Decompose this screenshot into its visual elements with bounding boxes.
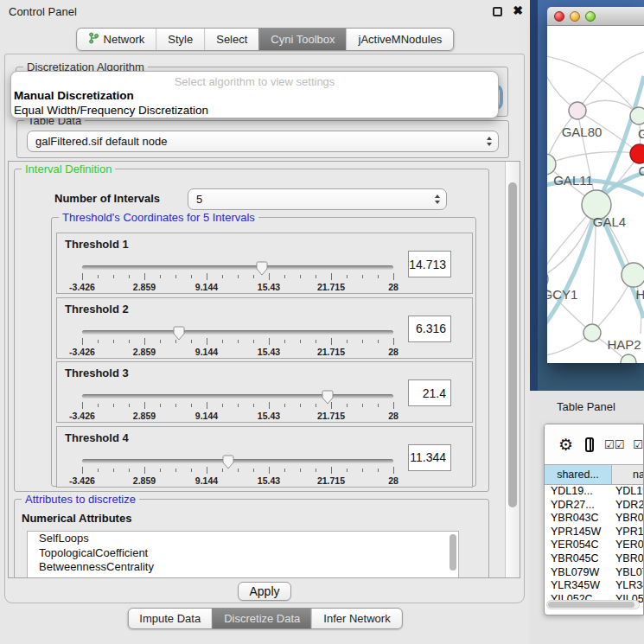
cell-name[interactable]: YDR27 <box>612 499 644 513</box>
popup-option-manual-discretization[interactable]: Manual Discretization <box>11 88 498 103</box>
slider-track[interactable] <box>82 394 393 399</box>
attributes-list-scrollbar[interactable] <box>449 533 457 578</box>
threshold-title: Threshold 3 <box>65 367 129 379</box>
attribute-list-item[interactable]: TopologicalCoefficient <box>28 546 458 561</box>
network-node-gal80[interactable] <box>569 102 586 119</box>
table-row[interactable]: YBL079WYBL07 <box>545 566 644 580</box>
tab-label: Infer Network <box>323 612 390 625</box>
cell-name[interactable]: YPR14 <box>612 526 644 539</box>
table-row[interactable]: YER054CYER05 <box>545 539 644 552</box>
cell-name[interactable]: YBL07 <box>612 566 644 580</box>
threshold-value-field[interactable] <box>408 316 451 342</box>
slider-track[interactable] <box>82 265 393 270</box>
attribute-list-item[interactable]: BetweennessCentrality <box>28 560 458 575</box>
slider-tick-labels: -3.4262.8599.14415.4321.71528 <box>82 411 393 421</box>
extra-check-icon[interactable]: ☑ <box>633 438 643 451</box>
table-row[interactable]: YDR27...YDR27 <box>545 499 644 513</box>
threshold-value-field[interactable] <box>408 379 451 406</box>
settings-scroll-pane: Interval Definition Number of Intervals … <box>8 161 520 578</box>
table-horizontal-scrollbar[interactable] <box>546 600 640 609</box>
numerical-attributes-list[interactable]: SelfLoopsTopologicalCoefficientBetweenne… <box>27 531 459 578</box>
network-edge[interactable] <box>577 100 639 116</box>
minimize-traffic-light-icon[interactable] <box>570 11 580 22</box>
threshold-slider[interactable]: -3.4262.8599.14415.4321.71528 <box>82 328 393 358</box>
zoom-traffic-light-icon[interactable] <box>585 11 596 22</box>
cell-shared-name[interactable]: YPR145W <box>545 526 612 539</box>
tab-label: Discretize Data <box>224 612 300 625</box>
network-node[interactable] <box>621 354 636 363</box>
table-row[interactable]: YPR145WYPR14 <box>545 526 644 539</box>
tab-infer-network[interactable]: Infer Network <box>311 609 401 628</box>
table-data-select[interactable]: galFiltered.sif default node <box>27 131 499 152</box>
float-window-icon[interactable] <box>493 7 502 16</box>
network-edge[interactable] <box>547 55 639 116</box>
cell-name[interactable]: YBR04 <box>612 512 644 526</box>
close-traffic-light-icon[interactable] <box>554 11 564 22</box>
table-row[interactable]: YBR045CYBR04 <box>545 552 644 566</box>
threshold-slider[interactable]: -3.4262.8599.14415.4321.71528 <box>82 264 393 293</box>
select-columns-checks-icon[interactable]: ☑☑ <box>604 438 624 451</box>
slider-ticks <box>82 467 393 474</box>
numerical-attributes-label: Numerical Attributes <box>22 512 131 525</box>
thresholds-group: Threshold's Coordinates for 5 Intervals … <box>51 217 476 487</box>
network-node-ha[interactable] <box>622 263 644 287</box>
table-row[interactable]: YDL19...YDL19 <box>545 485 644 499</box>
network-node-label: GCY1 <box>547 287 577 302</box>
network-node-label: GAL11 <box>553 173 593 188</box>
tab-label: Cyni Toolbox <box>271 33 335 46</box>
attribute-list-item[interactable]: SelfLoops <box>28 532 458 546</box>
column-header-name[interactable]: na <box>612 465 644 484</box>
cell-name[interactable]: YLR34 <box>612 579 644 593</box>
column-header-shared-name[interactable]: shared... <box>545 465 612 484</box>
settings-gear-icon[interactable]: ⚙ <box>558 435 573 455</box>
thresholds-group-label: Threshold's Coordinates for 5 Intervals <box>59 211 258 224</box>
threshold-title: Threshold 1 <box>65 238 129 251</box>
tab-impute-data[interactable]: Impute Data <box>128 609 212 628</box>
network-icon <box>88 32 99 47</box>
popup-option-equal-width-frequency[interactable]: Equal Width/Frequency Discretization <box>11 103 498 118</box>
cell-shared-name[interactable]: YBR043C <box>545 512 612 526</box>
threshold-value-field[interactable] <box>408 444 451 471</box>
tab-cyni-toolbox[interactable]: Cyni Toolbox <box>258 29 346 50</box>
settings-vertical-scrollbar[interactable] <box>505 162 520 577</box>
cell-shared-name[interactable]: YER054C <box>545 539 612 552</box>
cell-name[interactable]: YBR04 <box>612 552 644 566</box>
network-node-c[interactable] <box>630 144 644 163</box>
tab-style[interactable]: Style <box>156 29 204 50</box>
interval-definition-group: Interval Definition Number of Intervals … <box>14 169 489 492</box>
threshold-box: Threshold 1 -3.4262.8599.14415.4321.7152… <box>56 233 473 294</box>
slider-track[interactable] <box>82 459 393 463</box>
split-columns-icon[interactable] <box>585 437 594 452</box>
number-of-intervals-select[interactable]: 5 <box>188 188 447 210</box>
slider-tick-labels: -3.4262.8599.14415.4321.71528 <box>82 347 393 357</box>
slider-tick-labels: -3.4262.8599.14415.4321.71528 <box>82 475 393 486</box>
tab-jactivemnodules[interactable]: jActiveMNodules <box>347 29 454 50</box>
tab-network[interactable]: Network <box>77 29 156 50</box>
close-panel-icon[interactable]: ✖ <box>513 3 523 17</box>
network-edge[interactable] <box>577 52 644 111</box>
network-node-label: GAL <box>638 126 644 141</box>
threshold-slider[interactable]: -3.4262.8599.14415.4321.71528 <box>82 457 393 487</box>
cell-shared-name[interactable]: YBL079W <box>545 566 612 580</box>
cell-name[interactable]: YDL19 <box>612 485 644 499</box>
table-row[interactable]: YBR043CYBR04 <box>545 512 644 526</box>
threshold-value-field[interactable] <box>408 251 451 277</box>
tab-discretize-data[interactable]: Discretize Data <box>212 609 311 628</box>
network-node-label: HA <box>636 287 644 302</box>
cell-shared-name[interactable]: YBR045C <box>545 552 612 566</box>
cell-name[interactable]: YER05 <box>612 539 644 552</box>
apply-button[interactable]: Apply <box>238 582 291 601</box>
network-edge[interactable] <box>547 152 640 164</box>
cell-shared-name[interactable]: YLR345W <box>545 579 612 593</box>
table-row[interactable]: YLR345WYLR34 <box>545 579 644 593</box>
cell-shared-name[interactable]: YDL19... <box>545 485 612 499</box>
network-canvas[interactable]: GAL80GALCGAL11GAL4GCY1HAHAP2 <box>547 26 644 363</box>
network-node-gal[interactable] <box>630 107 644 124</box>
network-node-hap2[interactable] <box>583 324 601 341</box>
cell-shared-name[interactable]: YDR27... <box>545 499 612 513</box>
slider-track[interactable] <box>82 330 393 335</box>
slider-ticks <box>82 402 393 409</box>
threshold-slider[interactable]: -3.4262.8599.14415.4321.71528 <box>82 392 393 422</box>
tab-select[interactable]: Select <box>204 29 258 50</box>
threshold-box: Threshold 2 -3.4262.8599.14415.4321.7152… <box>56 297 473 359</box>
